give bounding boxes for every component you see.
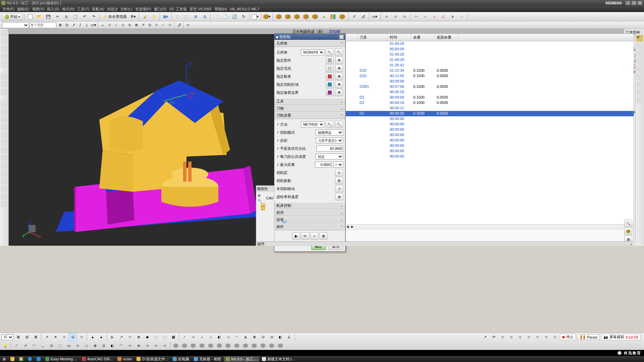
c7[interactable]: ▭ — [65, 342, 73, 350]
vtool13[interactable] — [1, 131, 7, 138]
c11[interactable]: ⊙ — [100, 342, 108, 350]
blank-display[interactable]: 👁 — [335, 65, 343, 72]
bt12[interactable]: ↗ — [117, 333, 125, 341]
bt1[interactable]: ⊞ — [14, 333, 22, 341]
vtool2[interactable] — [1, 38, 7, 45]
taskbar-item[interactable]: NX 8.5 - 加工 ... — [224, 356, 259, 362]
start-menu[interactable]: ⊞ — [1, 356, 8, 362]
sel3-icon[interactable]: ⊞ — [192, 13, 200, 21]
bt19[interactable]: ∕ — [180, 333, 189, 341]
bt22[interactable]: ○ — [207, 333, 215, 341]
rect-drop[interactable]: ▭▾ — [371, 13, 379, 21]
pt3-icon[interactable]: ⊹ — [400, 13, 409, 21]
flatpct-input[interactable] — [316, 145, 343, 152]
th-bot[interactable]: 底面余量 — [435, 34, 458, 41]
vtool14[interactable] — [1, 139, 7, 146]
table-row[interactable]: D2R100:07:560.15000.0500 — [346, 84, 634, 89]
bt11[interactable]: ▶ — [108, 333, 116, 341]
cube2-icon[interactable] — [284, 13, 292, 21]
section-opt[interactable]: 选项⌄ — [274, 216, 345, 223]
cube5-icon[interactable] — [311, 13, 319, 21]
bulb-icon[interactable]: 💡 — [1, 342, 9, 350]
table-row[interactable]: 00:00:12 — [346, 106, 634, 111]
table-row[interactable]: 00:08:08 — [346, 79, 634, 84]
pt2-icon[interactable]: ⊹ — [391, 13, 399, 21]
method-btn1[interactable]: 🔧 — [326, 121, 334, 128]
task-app[interactable] — [26, 356, 34, 362]
vtool5[interactable] — [1, 61, 7, 68]
list-button[interactable]: ≣ — [319, 232, 327, 240]
vtool16[interactable] — [1, 155, 7, 161]
bt43[interactable]: ⊹ — [507, 333, 516, 341]
menu-help[interactable]: 帮助(H) — [214, 7, 228, 12]
c17[interactable]: ⊹ — [152, 342, 160, 350]
maxdist-input[interactable] — [315, 162, 332, 168]
bt4[interactable]: ↗ — [43, 333, 51, 341]
blank-icon[interactable] — [326, 65, 334, 72]
taskbar-item[interactable]: 无标题 - 画图 — [192, 356, 223, 362]
section-op[interactable]: 操作⌃ — [274, 223, 345, 230]
cube-b1[interactable] — [172, 342, 180, 350]
table-row[interactable]: 00:00:00 — [346, 132, 634, 138]
cube-b8[interactable] — [233, 342, 241, 350]
cursor-icon[interactable]: ⮰ — [359, 13, 367, 21]
minimize-button[interactable]: – — [625, 1, 631, 5]
cube-b2[interactable] — [180, 342, 189, 350]
method-btn2[interactable]: 🔧 — [335, 121, 343, 128]
task-app2[interactable] — [35, 356, 43, 362]
dialog-titlebar[interactable]: ◆ 型腔铣 ✕ — [274, 34, 345, 40]
bt14[interactable]: ⊕ — [135, 333, 143, 341]
snap9-icon[interactable]: ∕ — [160, 22, 166, 28]
area-display[interactable]: 👁 — [335, 81, 343, 88]
menu-file[interactable]: 文件(F) — [1, 7, 15, 12]
noncut-button[interactable]: ↗ — [335, 185, 343, 192]
new-button[interactable] — [26, 13, 34, 21]
pt1-icon[interactable]: ⊹ — [382, 13, 390, 21]
task-explorer[interactable] — [8, 356, 16, 362]
bt28[interactable]: ⊙ — [259, 333, 267, 341]
cut-button[interactable]: ✂ — [53, 13, 61, 21]
table-row[interactable]: D200:00:180.15000.0500 — [346, 100, 634, 106]
verify-button[interactable]: ✓ — [310, 232, 318, 240]
taskbar-item[interactable]: Easy Meeting ... — [43, 356, 79, 362]
taskbar-item[interactable]: ocam — [115, 356, 134, 362]
snap8-icon[interactable]: ⊹ — [153, 22, 159, 28]
part-icon[interactable] — [326, 57, 334, 64]
bt24[interactable]: ⬭ — [224, 333, 232, 341]
cube4-icon[interactable] — [302, 13, 310, 21]
filter-input[interactable] — [30, 22, 56, 28]
cutlevel-button[interactable]: ≡ — [335, 169, 343, 176]
start-button[interactable]: 开始 ▾ — [2, 13, 22, 20]
snap3-icon[interactable]: ⊹ — [120, 22, 126, 28]
table-row[interactable]: 00:00:00 — [346, 148, 634, 154]
section-mc[interactable]: 机床控制⌄ — [274, 202, 345, 209]
trim-display[interactable]: 👁 — [335, 89, 343, 96]
snap1-icon[interactable]: ⊹ — [106, 22, 112, 28]
grid-button[interactable]: ▦▾ — [162, 13, 170, 21]
menu-edit[interactable]: 编辑(E) — [16, 7, 31, 12]
menu-pref[interactable]: 首选项(P) — [134, 7, 152, 12]
geometry-btn2[interactable]: 🔧 — [335, 49, 343, 56]
table-row[interactable]: 01:35:41 — [346, 63, 634, 68]
c6[interactable]: ⬚ — [56, 342, 64, 350]
bt48[interactable]: ⊹ — [551, 333, 559, 341]
c4[interactable]: ◡ — [39, 342, 47, 350]
dialog-close-button[interactable]: ✕ — [339, 35, 344, 39]
cube-b11[interactable] — [259, 342, 267, 350]
bt25[interactable]: ◠ — [233, 333, 241, 341]
cube-b4[interactable] — [198, 342, 206, 350]
trim-icon[interactable] — [326, 89, 334, 96]
vtool15[interactable] — [1, 147, 7, 154]
wand2-icon[interactable]: ✏ — [412, 13, 420, 21]
bt9[interactable]: ● — [89, 333, 97, 341]
lines2-icon[interactable]: ≡ — [430, 13, 438, 21]
table-row[interactable]: 00:00:00 — [346, 143, 634, 148]
bt5[interactable]: ✕ — [51, 333, 59, 341]
table-body[interactable]: 01:49:2800:00:0001:49:2801:49:2801:35:41… — [346, 41, 634, 224]
redo-button[interactable]: ↷ — [90, 13, 98, 21]
menu-starair[interactable]: 星空 V6.935F — [189, 7, 213, 12]
cube-view-button[interactable] — [624, 228, 632, 235]
feed-button[interactable]: ⊕ — [335, 193, 343, 200]
rvt2[interactable] — [636, 43, 643, 49]
taskbar-item[interactable]: AutoCAD 200... — [80, 356, 115, 362]
